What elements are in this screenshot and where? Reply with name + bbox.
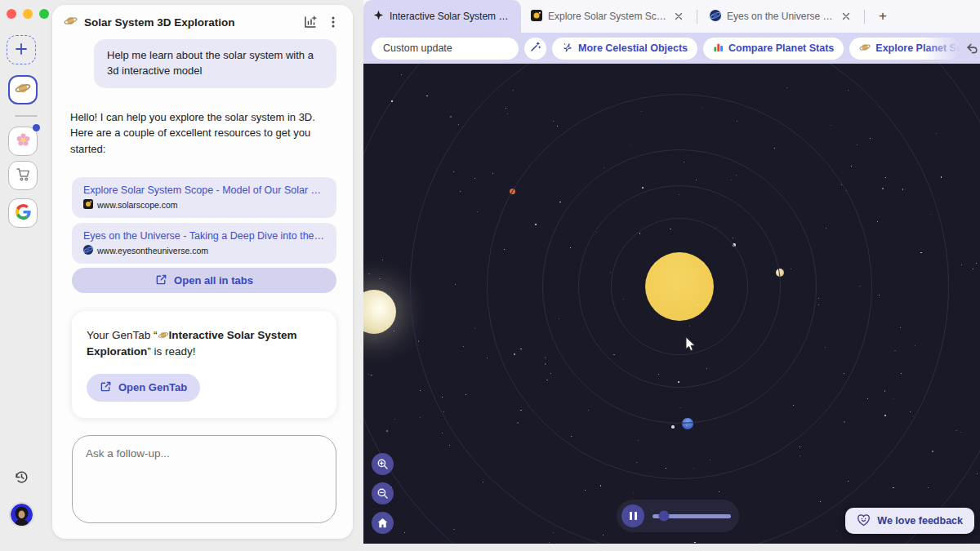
space-canvas[interactable]: We love feedback [363,64,980,544]
chip-label: Compare Planet Stats [728,42,834,54]
zoom-in-button[interactable] [372,453,394,475]
pause-button[interactable] [621,504,644,527]
new-gentab-button[interactable] [7,35,36,64]
link-card-solarscope[interactable]: Explore Solar System Scope - Model of Ou… [72,177,336,218]
custom-update-input[interactable] [372,38,519,60]
chip-more-celestial-objects[interactable]: More Celestial Objects [552,38,697,60]
star [553,121,554,122]
open-gentab-button[interactable]: Open GenTab [87,374,200,402]
saturn-icon [64,14,78,31]
link-url: www.solarscope.com [97,200,178,210]
feedback-button[interactable]: We love feedback [845,508,974,534]
star [841,184,842,185]
star [706,368,707,369]
star [910,411,911,412]
star [455,284,456,285]
app-window: Solar System 3D Exploration Help me lear… [0,0,980,551]
close-window-button[interactable] [7,9,16,19]
star [426,96,427,96]
star [368,374,369,375]
gentab-ready-text: Your GenTab “Interactive Solar System Ex… [87,327,322,361]
star [800,447,800,447]
close-tab-icon[interactable] [840,11,852,22]
gentab-toolbar: More Celestial Objects Compare Planet St… [363,33,980,64]
sidebar-item-flowers-gentab[interactable] [8,127,38,156]
chat-panel: Solar System 3D Exploration Help me lear… [52,5,353,539]
cart-icon [16,167,31,185]
star [442,397,443,398]
chat-messages[interactable]: Help me learn about the solar system wit… [52,39,353,435]
slider-thumb[interactable] [659,511,670,522]
open-all-label: Open all in tabs [174,274,253,287]
link-card-eyesontheuniverse[interactable]: Eyes on the Universe - Taking a Deep Div… [72,223,336,264]
follow-up-input[interactable] [72,435,336,523]
star [453,171,454,172]
link-title[interactable]: Eyes on the Universe - Taking a Deep Div… [83,230,325,242]
speed-slider[interactable] [653,514,731,518]
tab-solar-system-scope[interactable]: Explore Solar System Scope - [521,0,694,33]
chip-explore-planet-surfaces[interactable]: Explore Planet Surfac [849,38,959,60]
star [831,125,831,126]
external-link-icon [100,380,112,395]
notification-dot [33,124,40,131]
orbit-ring [611,218,748,355]
google-logo-icon [16,204,31,223]
tab-interactive-solar-system[interactable]: Interactive Solar System Explor... [363,0,521,33]
solarscope-favicon [531,10,542,24]
feedback-label: We love feedback [877,515,963,527]
star [791,269,791,269]
user-avatar[interactable] [11,504,33,526]
window-controls [7,9,49,19]
saturn-icon [859,42,871,56]
plus-icon [15,42,28,58]
star [506,108,506,109]
link-url: www.eyesontheuniverse.com [97,246,208,256]
chip-label: Explore Planet Surfac [875,42,959,54]
star [600,485,601,486]
star [859,286,860,287]
zoom-window-button[interactable] [39,9,49,19]
star [867,398,868,399]
app-sidebar [0,0,52,551]
star [977,473,978,474]
eyesontheuniverse-favicon [710,10,721,24]
magic-wand-button[interactable] [524,38,546,60]
open-all-in-tabs-button[interactable]: Open all in tabs [72,268,336,293]
star [571,436,572,437]
sidebar-item-google[interactable] [8,198,38,228]
composer-area [52,435,353,539]
minimize-window-button[interactable] [23,9,33,19]
new-chart-button[interactable] [302,14,318,30]
sidebar-item-solar-system-gentab[interactable] [8,75,38,104]
star [450,116,452,118]
sidebar-item-shopping-gentab[interactable] [8,161,38,190]
star [641,111,642,112]
history-button[interactable] [14,469,29,485]
star [902,189,903,189]
sidebar-divider [15,115,38,117]
blossom-icon [16,132,31,151]
star [559,202,560,202]
link-url-row: www.solarscope.com [83,199,325,211]
home-view-button[interactable] [372,512,394,534]
tab-eyes-on-the-universe[interactable]: Eyes on the Universe - Taking [700,0,862,33]
star [901,373,902,374]
zoom-out-button[interactable] [372,482,394,504]
gentab-ready-card: Your GenTab “Interactive Solar System Ex… [72,311,336,418]
star [836,531,837,531]
chip-compare-planet-stats[interactable]: Compare Planet Stats [703,38,844,60]
undo-button[interactable] [964,41,980,56]
kebab-menu-icon[interactable] [325,14,341,30]
star [737,121,737,122]
star [642,187,644,189]
new-tab-button[interactable]: + [872,6,893,27]
close-tab-icon[interactable] [673,11,684,22]
toolbar-history-controls [964,41,980,56]
history-icon [14,473,29,487]
star [678,381,679,383]
star [694,542,695,543]
star [386,430,388,432]
star [449,445,450,446]
tab-label: Eyes on the Universe - Taking [727,11,835,22]
link-title[interactable]: Explore Solar System Scope - Model of Ou… [83,184,325,196]
